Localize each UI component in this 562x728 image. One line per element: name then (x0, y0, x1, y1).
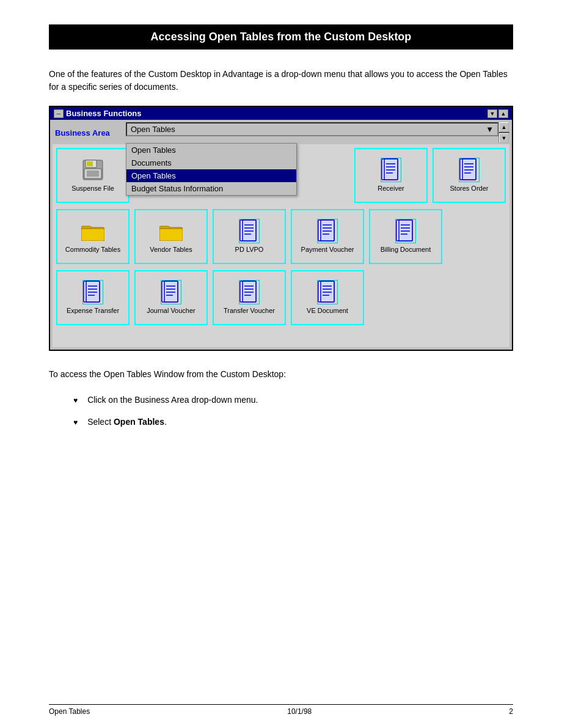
menu-item-open-tables-2[interactable]: Open Tables (126, 169, 296, 182)
bullet-text-1: Click on the Business Area drop-down men… (87, 395, 513, 405)
receiver-label: Receiver (378, 185, 404, 193)
bf-window-title: Business Functions (66, 109, 142, 118)
svg-rect-2 (87, 161, 93, 166)
pd-lvpo-icon (237, 219, 261, 243)
transfer-voucher-icon-cell[interactable]: Transfer Voucher (213, 270, 286, 325)
footer: Open Tables 10/1/98 2 (49, 704, 513, 716)
bullet-item-1: ♥ Click on the Business Area drop-down m… (73, 395, 513, 405)
svg-rect-4 (87, 171, 99, 177)
page-title: Accessing Open Tables from the Custom De… (49, 24, 513, 50)
stores-order-label: Stores Order (450, 185, 489, 193)
svg-rect-52 (164, 281, 178, 302)
vendor-tables-icon-cell[interactable]: Vendor Tables (134, 209, 208, 264)
svg-rect-31 (321, 220, 334, 241)
ve-document-icon (315, 280, 340, 304)
vendor-tables-icon (159, 219, 183, 243)
commodity-tables-icon (81, 219, 105, 243)
billing-document-icon (393, 219, 418, 243)
receiver-icon (379, 158, 403, 182)
empty-cell (369, 270, 442, 325)
suspense-file-icon-cell[interactable]: Suspense File (56, 148, 130, 203)
ve-document-icon-cell[interactable]: VE Document (291, 270, 364, 325)
footer-right: 2 (509, 707, 513, 716)
expense-transfer-icon (81, 280, 105, 304)
scroll-down-btn[interactable]: ▼ (499, 133, 509, 143)
stores-order-icon (457, 158, 481, 182)
payment-voucher-icon (315, 219, 340, 243)
bullet-item-2: ♥ Select Open Tables. (73, 417, 513, 427)
footer-center: 10/1/98 (287, 707, 312, 716)
svg-rect-24 (243, 220, 256, 241)
billing-document-icon-cell[interactable]: Billing Document (369, 209, 442, 264)
bf-content: Business Area Open Tables ▼ Open Tables … (50, 120, 512, 350)
open-tables-dropdown[interactable]: Open Tables ▼ (126, 122, 498, 136)
svg-rect-59 (243, 281, 256, 302)
receiver-icon-cell[interactable]: Receiver (354, 148, 428, 203)
icon-grid-row2: Commodity Tables Vendor Tables (53, 207, 509, 268)
journal-voucher-icon-cell[interactable]: Journal Voucher (134, 270, 208, 325)
svg-rect-38 (399, 220, 412, 241)
transfer-voucher-label: Transfer Voucher (224, 307, 275, 315)
suspense-file-icon (81, 158, 105, 182)
open-tables-bold: Open Tables (114, 417, 164, 427)
bf-titlebar-left: ─ Business Functions (54, 109, 142, 118)
commodity-tables-label: Commodity Tables (65, 246, 120, 254)
business-functions-window: ─ Business Functions ▼ ▲ Business Area O… (49, 106, 513, 351)
steps-intro: To access the Open Tables Window from th… (49, 369, 513, 379)
scroll-up-btn[interactable]: ▲ (499, 122, 509, 132)
journal-voucher-label: Journal Voucher (147, 307, 195, 315)
menu-item-documents[interactable]: Documents (126, 156, 296, 169)
page: Accessing Open Tables from the Custom De… (0, 0, 562, 728)
maximize-btn[interactable]: ▲ (498, 109, 508, 118)
svg-rect-45 (86, 281, 100, 302)
minimize-btn[interactable]: ▼ (487, 109, 497, 118)
svg-rect-13 (462, 159, 476, 180)
expense-transfer-icon-cell[interactable]: Expense Transfer (56, 270, 130, 325)
bullet-list: ♥ Click on the Business Area drop-down m… (73, 395, 513, 439)
restore-btn[interactable]: ─ (54, 109, 64, 118)
svg-rect-22 (159, 229, 183, 241)
bottom-padding (53, 329, 509, 347)
commodity-tables-icon-cell[interactable]: Commodity Tables (56, 209, 130, 264)
vendor-tables-label: Vendor Tables (150, 246, 192, 254)
bullet-diamond-1: ♥ (73, 396, 78, 405)
body-text: One of the features of the Custom Deskto… (49, 68, 513, 94)
bullet-diamond-2: ♥ (73, 418, 78, 427)
suspense-file-label: Suspense File (71, 185, 114, 193)
bf-titlebar: ─ Business Functions ▼ ▲ (50, 107, 512, 120)
payment-voucher-label: Payment Voucher (301, 246, 354, 254)
bf-titlebar-buttons: ▼ ▲ (487, 109, 508, 118)
icon-grid-row3: Expense Transfer (53, 268, 509, 329)
svg-rect-66 (321, 281, 334, 302)
footer-left: Open Tables (49, 707, 90, 716)
menu-item-open-tables-1[interactable]: Open Tables (126, 144, 296, 156)
svg-rect-20 (81, 229, 104, 241)
journal-voucher-icon (159, 280, 183, 304)
transfer-voucher-icon (237, 280, 261, 304)
scrollbar: ▲ ▼ (498, 122, 509, 143)
payment-voucher-icon-cell[interactable]: Payment Voucher (291, 209, 364, 264)
dropdown-menu: Open Tables Documents Open Tables Budget… (126, 143, 297, 196)
business-area-label: Business Area (53, 122, 126, 143)
pd-lvpo-label: PD LVPO (235, 246, 264, 254)
expense-transfer-label: Expense Transfer (67, 307, 119, 315)
billing-document-label: Billing Document (381, 246, 431, 254)
svg-rect-6 (384, 159, 398, 180)
menu-item-budget-status[interactable]: Budget Status Information (126, 182, 296, 195)
bullet-text-2: Select Open Tables. (87, 417, 513, 427)
pd-lvpo-icon-cell[interactable]: PD LVPO (213, 209, 286, 264)
stores-order-icon-cell[interactable]: Stores Order (432, 148, 506, 203)
dropdown-container: Open Tables ▼ Open Tables Documents Open… (126, 122, 498, 143)
ve-document-label: VE Document (307, 307, 348, 315)
